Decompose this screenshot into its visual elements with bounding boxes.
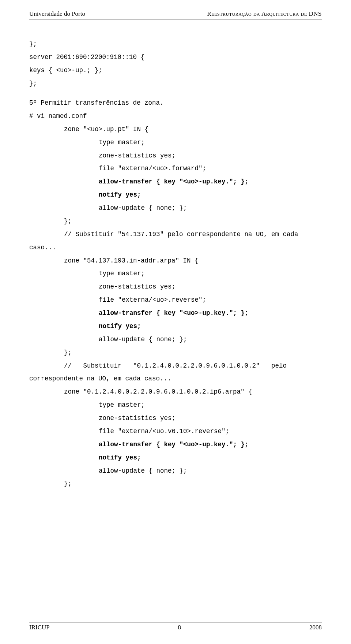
code-line: allow-update { none; }; <box>29 202 322 215</box>
code-line: allow-update { none; }; <box>29 333 322 346</box>
code-line: type master; <box>29 399 322 412</box>
code-line: allow-transfer { key "<uo>-up.key."; }; <box>29 175 322 189</box>
footer-left: IRICUP <box>29 624 50 631</box>
code-line: zone "54.137.193.in-addr.arpa" IN { <box>29 254 322 268</box>
code-line: caso... <box>29 241 322 254</box>
code-line: // Substituir "54.137.193" pelo correspo… <box>29 228 322 241</box>
code-line: zone-statistics yes; <box>29 412 322 425</box>
code-line: notify yes; <box>29 320 322 333</box>
header-left-text: Universidade do Porto <box>29 10 85 18</box>
footer-text-row: IRICUP 8 2008 <box>29 624 322 631</box>
header-right-text: Reestruturação da Arquitectura de DNS <box>207 10 322 18</box>
code-line: zone "0.1.2.4.0.0.2.2.0.9.6.0.1.0.0.2.ip… <box>29 386 322 399</box>
code-line: allow-update { none; }; <box>29 465 322 478</box>
code-line: keys { <uo>-up.; }; <box>29 64 322 77</box>
footer-page-number: 8 <box>178 624 181 631</box>
code-line: file "externa/<uo>.forward"; <box>29 162 322 175</box>
footer-year: 2008 <box>309 624 322 631</box>
page-header: Universidade do Porto Reestruturação da … <box>0 0 351 18</box>
code-line: zone "<uo>.up.pt" IN { <box>29 123 322 136</box>
footer-divider <box>29 622 322 622</box>
code-line: }; <box>29 38 322 51</box>
code-line: file "externa/<uo.v6.10>.reverse"; <box>29 425 322 438</box>
code-line: allow-transfer { key "<uo>-up.key."; }; <box>29 307 322 320</box>
code-line: allow-transfer { key "<uo>-up.key."; }; <box>29 438 322 451</box>
code-line: }; <box>29 77 322 90</box>
code-line <box>29 90 322 97</box>
code-line: zone-statistics yes; <box>29 280 322 294</box>
code-line: file "externa/<uo>.reverse"; <box>29 294 322 307</box>
document-content: }; server 2001:690:2200:910::10 { keys {… <box>0 19 351 491</box>
code-line: notify yes; <box>29 189 322 202</box>
code-line: type master; <box>29 267 322 280</box>
code-line: # vi named.conf <box>29 110 322 123</box>
code-line: correspondente na UO, em cada caso... <box>29 372 322 386</box>
code-line: type master; <box>29 136 322 149</box>
code-line: server 2001:690:2200:910::10 { <box>29 51 322 64</box>
code-line: 5º Permitir transferências de zona. <box>29 97 322 110</box>
code-line: }; <box>29 215 322 228</box>
code-line: }; <box>29 346 322 360</box>
code-line: zone-statistics yes; <box>29 149 322 163</box>
page-footer: IRICUP 8 2008 <box>29 622 322 631</box>
code-line: }; <box>29 477 322 491</box>
code-line: // Substituir "0.1.2.4.0.0.2.2.0.9.6.0.1… <box>29 360 322 373</box>
code-line: notify yes; <box>29 451 322 465</box>
